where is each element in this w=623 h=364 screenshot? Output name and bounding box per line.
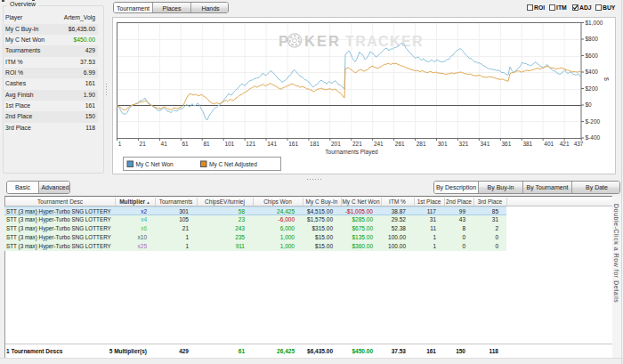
svg-text:$1,000: $1,000 (586, 20, 603, 26)
svg-text:$200: $200 (586, 85, 599, 92)
svg-text:$: $ (603, 77, 610, 81)
svg-text:$400: $400 (586, 69, 599, 75)
svg-text:161: 161 (288, 141, 298, 147)
svg-text:$-200: $-200 (586, 118, 601, 125)
svg-text:TRACKER: TRACKER (345, 34, 424, 49)
svg-text:381: 381 (522, 141, 532, 147)
svg-text:My C Net Adjusted: My C Net Adjusted (209, 161, 257, 168)
svg-text:$600: $600 (586, 53, 599, 59)
svg-text:221: 221 (352, 141, 362, 147)
svg-text:$0: $0 (586, 101, 593, 108)
svg-text:301: 301 (438, 141, 448, 147)
svg-text:61: 61 (182, 141, 190, 147)
svg-text:81: 81 (203, 141, 210, 147)
svg-text:KER: KER (304, 33, 341, 49)
svg-text:41: 41 (161, 141, 168, 147)
svg-text:321: 321 (459, 141, 469, 147)
svg-text:261: 261 (395, 141, 405, 147)
svg-text:281: 281 (417, 141, 426, 147)
svg-text:1: 1 (118, 141, 122, 147)
svg-text:437: 437 (574, 141, 584, 147)
svg-text:21: 21 (140, 141, 147, 147)
svg-text:My C Net Won: My C Net Won (136, 161, 174, 168)
svg-text:201: 201 (331, 141, 341, 147)
svg-text:401: 401 (544, 141, 554, 147)
svg-text:121: 121 (246, 141, 255, 147)
svg-text:341: 341 (481, 141, 490, 147)
svg-text:Tournaments Played: Tournaments Played (325, 149, 378, 156)
svg-text:$800: $800 (586, 36, 599, 42)
svg-text:101: 101 (224, 141, 234, 147)
svg-text:181: 181 (310, 141, 320, 147)
svg-text:141: 141 (267, 141, 277, 147)
svg-text:241: 241 (374, 141, 384, 147)
svg-text:361: 361 (502, 141, 512, 147)
svg-text:421: 421 (560, 141, 570, 147)
svg-text:$-400: $-400 (586, 134, 601, 141)
